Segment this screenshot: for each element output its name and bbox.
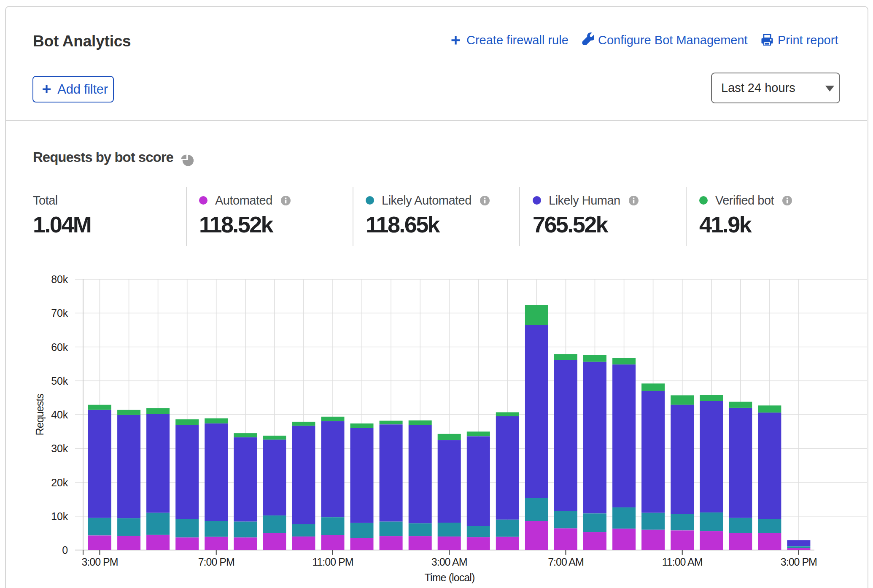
- svg-text:60k: 60k: [51, 341, 68, 353]
- svg-text:80k: 80k: [51, 273, 68, 285]
- svg-text:11:00 PM: 11:00 PM: [312, 556, 353, 568]
- svg-text:11:00 AM: 11:00 AM: [662, 556, 703, 568]
- svg-text:3:00 PM: 3:00 PM: [81, 556, 118, 568]
- svg-text:3:00 PM: 3:00 PM: [781, 556, 817, 568]
- svg-text:7:00 AM: 7:00 AM: [548, 556, 584, 568]
- svg-text:Time (local): Time (local): [425, 572, 475, 583]
- svg-text:40k: 40k: [51, 409, 68, 421]
- svg-text:Requests: Requests: [34, 394, 46, 435]
- svg-text:20k: 20k: [51, 477, 68, 488]
- svg-text:3:00 AM: 3:00 AM: [431, 556, 467, 568]
- svg-text:10k: 10k: [51, 510, 68, 522]
- svg-text:70k: 70k: [51, 307, 68, 319]
- svg-text:7:00 PM: 7:00 PM: [198, 556, 234, 568]
- svg-text:30k: 30k: [51, 442, 68, 454]
- svg-text:50k: 50k: [51, 375, 68, 387]
- svg-text:0: 0: [62, 544, 68, 556]
